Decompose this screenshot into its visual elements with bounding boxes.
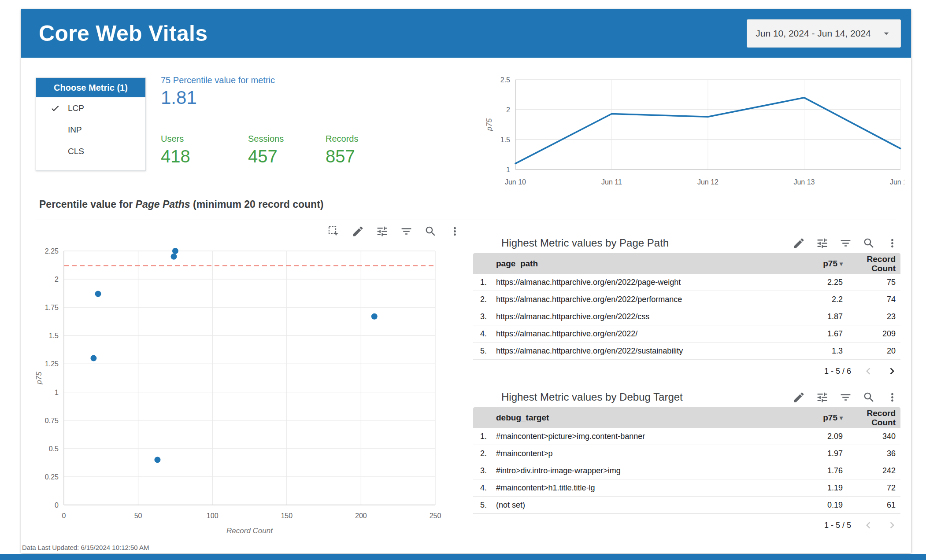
svg-text:1.5: 1.5 [500, 136, 510, 144]
column-header-p75-label: p75 [823, 413, 837, 423]
row-record-count: 209 [843, 329, 896, 339]
dashboard-page: Core Web Vitals Jun 10, 2024 - Jun 14, 2… [0, 0, 926, 560]
svg-text:200: 200 [355, 512, 367, 519]
column-header-record-count[interactable]: Record Count [843, 409, 896, 427]
check-placeholder [50, 146, 64, 157]
zoom-icon[interactable] [863, 237, 875, 250]
row-p75: 1.87 [777, 312, 843, 321]
table-row[interactable]: 2.#maincontent>p1.9736 [473, 445, 900, 462]
row-dimension: https://almanac.httparchive.org/en/2022/ [496, 329, 777, 339]
row-dimension: #maincontent>picture>img.content-banner [496, 432, 777, 441]
column-header-p75[interactable]: p75▾ [777, 413, 843, 423]
prev-page-button [862, 519, 875, 532]
section-divider [36, 220, 896, 220]
table-row[interactable]: 4.#maincontent>h1.title.title-lg1.1972 [473, 479, 900, 497]
row-p75: 1.19 [777, 483, 843, 493]
check-icon [50, 103, 64, 114]
table-row[interactable]: 3.#intro>div.intro-image-wrapper>img1.76… [473, 462, 900, 479]
box-select-icon[interactable] [327, 225, 340, 238]
table-toolbar [793, 237, 900, 250]
next-page-button[interactable] [885, 365, 899, 378]
svg-text:1: 1 [506, 166, 510, 173]
row-index: 1. [480, 278, 496, 287]
row-record-count: 20 [843, 346, 896, 356]
kpi-value: 857 [326, 147, 358, 166]
section-title-italic: Page Paths [136, 199, 190, 210]
table-body: 1.https://almanac.httparchive.org/en/202… [473, 274, 900, 360]
caret-down-icon [881, 28, 892, 39]
zoom-icon[interactable] [424, 225, 437, 238]
table-row[interactable]: 2.https://almanac.httparchive.org/en/202… [473, 291, 900, 308]
row-dimension: #maincontent>h1.title.title-lg [496, 483, 777, 493]
column-header-p75[interactable]: p75▾ [777, 259, 843, 269]
table-row[interactable]: 3.https://almanac.httparchive.org/en/202… [473, 308, 900, 325]
table-header: debug_target p75▾ Record Count [473, 407, 900, 428]
metric-filter: Choose Metric (1) LCPINPCLS [36, 77, 146, 171]
column-header-record-count[interactable]: Record Count [843, 254, 896, 273]
filter-icon[interactable] [400, 225, 413, 238]
metric-filter-header[interactable]: Choose Metric (1) [36, 78, 145, 97]
row-p75: 1.3 [777, 346, 843, 356]
edit-pencil-icon[interactable] [793, 391, 805, 404]
row-record-count: 340 [843, 432, 896, 441]
page-title: Core Web Vitals [39, 21, 207, 46]
zoom-icon[interactable] [863, 391, 875, 404]
svg-text:150: 150 [281, 512, 293, 519]
table-title-row: Highest Metric values by Page Path [473, 233, 900, 253]
table-page-path: Highest Metric values by Page Path page_… [473, 233, 900, 381]
table-body: 1.#maincontent>picture>img.content-banne… [473, 428, 900, 514]
row-index: 4. [480, 483, 496, 493]
scatter-chart[interactable]: 05010015020025000.250.50.7511.251.51.752… [34, 238, 457, 542]
scorecard-percentile-label: 75 Percentile value for metric [161, 75, 275, 85]
table-row[interactable]: 5.https://almanac.httparchive.org/en/202… [473, 343, 900, 360]
metric-option-lcp[interactable]: LCP [36, 97, 145, 119]
row-index: 5. [480, 346, 496, 356]
more-vert-icon[interactable] [886, 391, 899, 404]
table-title-row: Highest Metric values by Debug Target [473, 387, 900, 407]
row-p75: 2.09 [777, 432, 843, 441]
table-row[interactable]: 1.#maincontent>picture>img.content-banne… [473, 428, 900, 445]
row-p75: 2.25 [777, 278, 843, 287]
prev-page-button [862, 365, 875, 378]
scorecard-records: Records 857 [326, 134, 358, 166]
svg-text:0.25: 0.25 [45, 473, 59, 481]
scorecard-users: Users 418 [161, 134, 190, 166]
edit-pencil-icon[interactable] [352, 225, 364, 238]
tune-sliders-icon[interactable] [376, 225, 389, 238]
time-series-chart[interactable]: Jun 10Jun 11Jun 12Jun 13Jun 1411.522.5p7… [479, 71, 904, 194]
svg-text:0: 0 [55, 501, 59, 509]
metric-option-label: CLS [68, 147, 84, 156]
row-record-count: 36 [843, 449, 896, 458]
table-row[interactable]: 1.https://almanac.httparchive.org/en/202… [473, 274, 900, 291]
table-header: page_path p75▾ Record Count [473, 253, 900, 274]
tune-sliders-icon[interactable] [816, 391, 829, 404]
more-vert-icon[interactable] [886, 237, 899, 250]
pagination-label: 1 - 5 / 5 [824, 521, 851, 530]
kpi-label: Records [326, 134, 358, 144]
filter-icon[interactable] [839, 237, 852, 250]
table-row[interactable]: 5.(not set)0.1961 [473, 497, 900, 514]
filter-icon[interactable] [839, 391, 852, 404]
svg-text:Jun 10: Jun 10 [505, 178, 526, 186]
row-dimension: https://almanac.httparchive.org/en/2022/… [496, 312, 777, 321]
more-vert-icon[interactable] [448, 225, 461, 238]
metric-option-cls[interactable]: CLS [36, 140, 145, 162]
column-header-p75-label: p75 [823, 259, 837, 269]
column-header-debug-target[interactable]: debug_target [496, 413, 777, 423]
check-placeholder [50, 125, 64, 135]
tune-sliders-icon[interactable] [816, 237, 829, 250]
scorecard-percentile-value: 1.81 [161, 87, 275, 108]
svg-text:1.75: 1.75 [45, 304, 59, 311]
edit-pencil-icon[interactable] [793, 237, 805, 250]
svg-text:100: 100 [207, 512, 219, 519]
table-row[interactable]: 4.https://almanac.httparchive.org/en/202… [473, 325, 900, 343]
metric-option-inp[interactable]: INP [36, 119, 145, 140]
row-dimension: https://almanac.httparchive.org/en/2022/… [496, 278, 777, 287]
svg-text:1.5: 1.5 [49, 332, 59, 339]
date-range-picker[interactable]: Jun 10, 2024 - Jun 14, 2024 [747, 19, 901, 48]
row-p75: 2.2 [777, 295, 843, 304]
row-p75: 1.97 [777, 449, 843, 458]
row-record-count: 23 [843, 312, 896, 321]
column-header-page-path[interactable]: page_path [496, 259, 777, 269]
section-title: Percentile value for Page Paths (minimum… [39, 199, 323, 210]
